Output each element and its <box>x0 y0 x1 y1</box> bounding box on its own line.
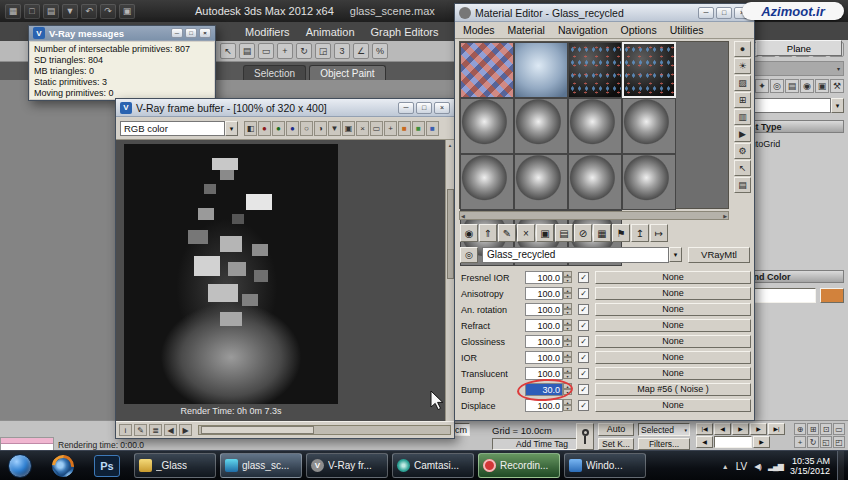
primitive-category-dropdown[interactable]: ▾ <box>752 98 844 113</box>
scroll-up-icon[interactable]: ▴ <box>449 140 452 149</box>
open-file-icon[interactable]: ▤ <box>43 4 59 19</box>
orbit-icon[interactable]: ↻ <box>807 436 819 448</box>
param-amount-field[interactable]: 100.0 <box>525 287 563 300</box>
prev-image-icon[interactable]: ◀ <box>164 424 177 436</box>
param-checkbox[interactable]: ✓ <box>578 272 589 283</box>
show-desktop-button[interactable] <box>837 451 844 480</box>
show-end-result-icon[interactable]: ⚑ <box>612 224 630 242</box>
save-file-icon[interactable]: ▼ <box>62 4 78 19</box>
taskbar-button-camtasia[interactable]: Camtasi... <box>392 453 474 478</box>
param-amount-field[interactable]: 100.0 <box>525 399 563 412</box>
menu-animation[interactable]: Animation <box>306 26 355 38</box>
maximize-button[interactable]: □ <box>185 28 197 38</box>
show-corrections-icon[interactable]: ■ <box>412 121 425 136</box>
selection-filter-dropdown[interactable]: Selected▾ <box>638 423 690 436</box>
snap-toggle-icon[interactable]: 3 <box>334 43 350 59</box>
backlight-icon[interactable]: ☀ <box>734 58 751 74</box>
spinner-down-icon[interactable]: ▾ <box>563 325 572 331</box>
taskbar-button-vray-frame[interactable]: V V-Ray fr... <box>306 453 388 478</box>
auto-key-button[interactable]: Auto <box>598 423 634 436</box>
language-indicator[interactable]: LV <box>736 461 748 472</box>
param-spinner[interactable]: ▴ ▾ <box>563 383 572 396</box>
material-slot[interactable] <box>568 42 622 98</box>
vray-messages-log[interactable]: Number of intersectable primitives: 807S… <box>30 42 214 99</box>
param-spinner[interactable]: ▴ ▾ <box>563 351 572 364</box>
param-amount-field[interactable]: 100.0 <box>525 351 563 364</box>
utilities-tab-icon[interactable]: ⚒ <box>830 79 844 93</box>
material-slot[interactable] <box>568 98 622 154</box>
material-slot[interactable] <box>622 42 676 98</box>
set-keys-button[interactable] <box>576 423 594 450</box>
scale-icon[interactable]: ◲ <box>315 43 331 59</box>
param-amount-field[interactable]: 100.0 <box>525 367 563 380</box>
vertical-scrollbar[interactable]: ▴ <box>445 140 454 423</box>
material-slot[interactable] <box>460 98 514 154</box>
scroll-left-icon[interactable]: ◀ <box>461 213 465 219</box>
spinner-down-icon[interactable]: ▾ <box>563 309 572 315</box>
render-last-icon[interactable]: ■ <box>398 121 411 136</box>
param-map-button[interactable]: None <box>595 351 751 364</box>
minimize-button[interactable]: ─ <box>171 28 183 38</box>
maximize-button[interactable]: □ <box>416 102 432 114</box>
sample-type-icon[interactable]: ● <box>734 41 751 57</box>
param-checkbox[interactable]: ✓ <box>578 352 589 363</box>
material-slot[interactable] <box>514 98 568 154</box>
param-map-button[interactable]: None <box>595 271 751 284</box>
menu-modifiers[interactable]: Modifiers <box>245 26 290 38</box>
create-tab-icon[interactable]: ✦ <box>755 79 769 93</box>
key-filters-button[interactable]: Filters... <box>638 438 690 450</box>
tab-object-paint[interactable]: Object Paint <box>309 65 385 80</box>
get-material-icon[interactable]: ◉ <box>460 224 478 242</box>
hierarchy-tab-icon[interactable]: ▤ <box>785 79 799 93</box>
param-map-button[interactable]: None <box>595 319 751 332</box>
select-by-material-icon[interactable]: ↖ <box>734 160 751 176</box>
material-editor-title-bar[interactable]: Material Editor - Glass_recycled ─□× <box>455 4 754 22</box>
material-slot[interactable] <box>514 154 568 210</box>
spinner-down-icon[interactable]: ▾ <box>563 373 572 379</box>
param-spinner[interactable]: ▴ ▾ <box>563 399 572 412</box>
param-spinner[interactable]: ▴ ▾ <box>563 271 572 284</box>
play-icon[interactable]: ▶ <box>732 423 749 435</box>
taskbar-button-glass-scene[interactable]: glass_sc... <box>220 453 302 478</box>
spinner-down-icon[interactable]: ▾ <box>563 357 572 363</box>
material-navigator-icon[interactable]: ▤ <box>734 177 751 193</box>
param-checkbox[interactable]: ✓ <box>578 320 589 331</box>
display-tab-icon[interactable]: ▣ <box>815 79 829 93</box>
go-to-end-icon[interactable]: ▶| <box>768 423 785 435</box>
param-checkbox[interactable]: ✓ <box>578 304 589 315</box>
pick-material-icon[interactable]: ◎ <box>460 247 478 263</box>
monochrome-icon[interactable]: ◑ <box>314 121 327 136</box>
sample-tiling-icon[interactable]: ⊞ <box>734 92 751 108</box>
maximize-viewport-icon[interactable]: ◱ <box>820 436 832 448</box>
move-icon[interactable]: + <box>277 43 293 59</box>
network-icon[interactable]: ▂▄▆ <box>768 462 783 471</box>
vray-messages-title-bar[interactable]: V V-Ray messages ─□× <box>29 26 215 41</box>
scroll-right-icon[interactable]: ▶ <box>723 213 727 219</box>
chevron-down-icon[interactable]: ▾ <box>225 121 238 136</box>
menu-modes[interactable]: Modes <box>463 24 495 36</box>
param-spinner[interactable]: ▴ ▾ <box>563 319 572 332</box>
red-channel-icon[interactable]: ● <box>258 121 271 136</box>
select-object-icon[interactable]: ↖ <box>220 43 236 59</box>
rotate-icon[interactable]: ↻ <box>296 43 312 59</box>
put-to-scene-icon[interactable]: ⇑ <box>479 224 497 242</box>
zoom-extents-icon[interactable]: ⊡ <box>820 423 832 435</box>
param-amount-field[interactable]: 100.0 <box>525 271 563 284</box>
viewport-area[interactable] <box>0 80 116 437</box>
make-preview-icon[interactable]: ▶ <box>734 126 751 142</box>
region-render-icon[interactable]: ▭ <box>370 121 383 136</box>
track-mouse-icon[interactable]: + <box>384 121 397 136</box>
new-scene-icon[interactable]: □ <box>24 4 40 19</box>
param-checkbox[interactable]: ✓ <box>578 400 589 411</box>
start-button[interactable] <box>8 454 32 478</box>
spinner-down-icon[interactable]: ▾ <box>563 341 572 347</box>
close-button[interactable]: × <box>199 28 211 38</box>
background-icon[interactable]: ▨ <box>734 75 751 91</box>
param-amount-field[interactable]: 30.0 <box>525 383 563 396</box>
show-map-icon[interactable]: ▦ <box>593 224 611 242</box>
options-icon[interactable]: ⚙ <box>734 143 751 159</box>
next-image-icon[interactable]: ▶ <box>179 424 192 436</box>
material-id-icon[interactable]: ⊘ <box>574 224 592 242</box>
param-map-button[interactable]: None <box>595 399 751 412</box>
previous-key-icon[interactable]: ◀ <box>696 436 713 448</box>
